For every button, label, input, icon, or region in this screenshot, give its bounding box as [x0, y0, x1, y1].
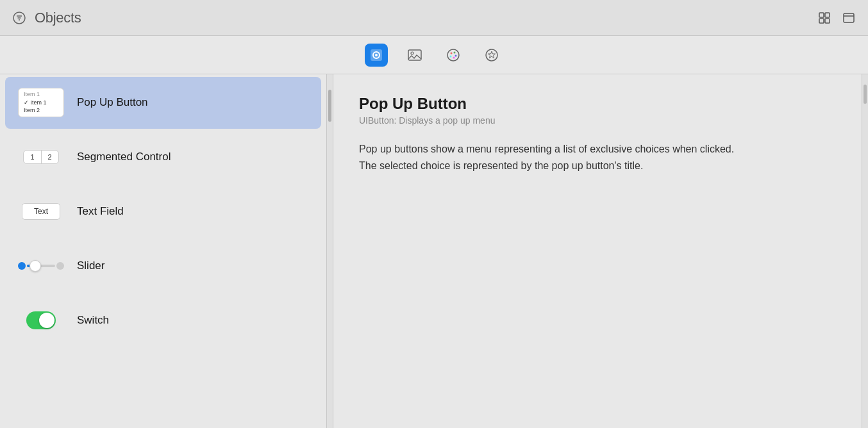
header-right: [815, 9, 858, 27]
right-panel-scrollbar[interactable]: [862, 74, 868, 428]
grid-view-icon[interactable]: [815, 9, 833, 27]
svg-rect-13: [408, 50, 421, 60]
svg-rect-7: [825, 19, 830, 23]
segmented-control-preview: 1 2: [15, 139, 67, 175]
list-item-segmented-control[interactable]: 1 2 Segmented Control: [5, 131, 321, 183]
page-title: Objects: [35, 10, 81, 26]
svg-rect-8: [844, 13, 854, 22]
switch-preview: [15, 302, 67, 338]
seg-item-1: 1: [24, 151, 41, 163]
svg-point-12: [375, 54, 378, 56]
segmented-control-label: Segmented Control: [77, 151, 171, 163]
svg-point-16: [451, 52, 453, 54]
text-field-label: Text Field: [77, 205, 124, 218]
toolbar: [0, 36, 868, 74]
tab-ui-elements[interactable]: [365, 44, 388, 67]
detail-title: Pop Up Button: [359, 95, 836, 113]
svg-point-15: [447, 49, 459, 61]
svg-point-18: [455, 54, 457, 56]
text-field-sample: Text: [22, 203, 60, 220]
text-field-preview: Text: [15, 193, 67, 229]
detail-subtitle: UIButton: Displays a pop up menu: [359, 115, 836, 126]
tab-symbols[interactable]: [480, 44, 503, 67]
svg-rect-4: [819, 13, 824, 17]
switch-label: Switch: [77, 314, 109, 327]
left-panel-scrollbar[interactable]: [327, 74, 333, 428]
header-left: Objects: [10, 9, 81, 27]
list-item-text-field[interactable]: Text Text Field: [5, 186, 321, 238]
list-item-switch[interactable]: Switch: [5, 295, 321, 347]
header: Objects: [0, 0, 868, 36]
tab-colors[interactable]: [442, 44, 465, 67]
popup-button-label: Pop Up Button: [77, 96, 148, 109]
slider-preview: [15, 248, 67, 284]
list-item-slider[interactable]: Slider: [5, 240, 321, 292]
detail-description: Pop up buttons show a menu representing …: [359, 141, 744, 174]
slider-label: Slider: [77, 259, 104, 272]
svg-point-20: [450, 55, 452, 57]
svg-point-14: [411, 52, 413, 54]
svg-rect-5: [825, 13, 830, 17]
window-icon[interactable]: [840, 9, 858, 27]
list-item-popup-button[interactable]: Item 1 Item 1 Item 2 Pop Up Button: [5, 77, 321, 129]
right-panel: Pop Up Button UIButton: Displays a pop u…: [333, 74, 862, 428]
svg-point-17: [454, 51, 456, 53]
svg-rect-6: [819, 19, 824, 23]
tab-media[interactable]: [403, 44, 426, 67]
left-panel: Item 1 Item 1 Item 2 Pop Up Button 1 2 S…: [0, 74, 327, 428]
scroll-handle: [328, 90, 331, 122]
main-area: Item 1 Item 1 Item 2 Pop Up Button 1 2 S…: [0, 74, 868, 428]
switch-thumb: [39, 313, 54, 328]
filter-icon[interactable]: [10, 9, 28, 27]
right-scroll-handle: [864, 85, 867, 104]
seg-item-2: 2: [42, 151, 58, 163]
svg-point-19: [453, 56, 455, 58]
popup-button-preview: Item 1 Item 1 Item 2: [15, 85, 67, 120]
svg-marker-22: [488, 51, 496, 58]
